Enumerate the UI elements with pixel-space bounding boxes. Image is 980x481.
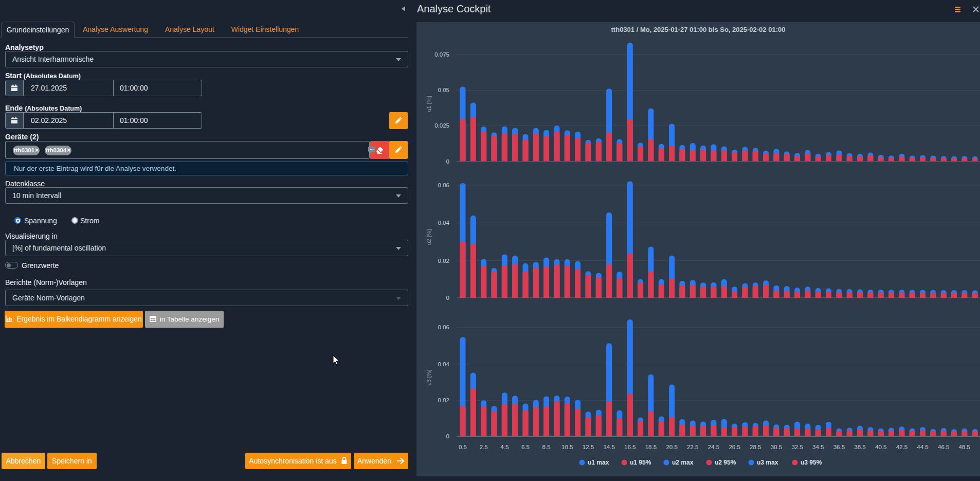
svg-text:16.5: 16.5 bbox=[624, 444, 636, 450]
svg-text:u2 [%]: u2 [%] bbox=[426, 229, 432, 245]
svg-text:24.5: 24.5 bbox=[708, 444, 719, 450]
svg-text:22.5: 22.5 bbox=[687, 444, 698, 450]
svg-text:8.5: 8.5 bbox=[542, 444, 551, 450]
svg-text:0.02: 0.02 bbox=[438, 397, 449, 403]
svg-text:30.5: 30.5 bbox=[771, 444, 782, 450]
svg-text:38.5: 38.5 bbox=[854, 444, 865, 450]
svg-text:4.5: 4.5 bbox=[500, 444, 509, 450]
svg-text:0.06: 0.06 bbox=[438, 324, 449, 330]
svg-text:48.5: 48.5 bbox=[959, 444, 970, 450]
svg-text:0: 0 bbox=[446, 295, 449, 301]
svg-text:28.5: 28.5 bbox=[750, 444, 761, 450]
svg-text:u3 95%: u3 95% bbox=[801, 459, 822, 466]
svg-text:18.5: 18.5 bbox=[645, 444, 657, 450]
svg-text:u1 max: u1 max bbox=[588, 459, 609, 466]
svg-text:u1 [%]: u1 [%] bbox=[426, 96, 432, 112]
svg-text:44.5: 44.5 bbox=[917, 444, 928, 450]
svg-text:u2 95%: u2 95% bbox=[715, 459, 736, 466]
svg-text:26.5: 26.5 bbox=[729, 444, 740, 450]
svg-text:u3 [%]: u3 [%] bbox=[426, 369, 432, 385]
svg-text:36.5: 36.5 bbox=[833, 444, 845, 450]
svg-text:0.04: 0.04 bbox=[438, 220, 450, 226]
svg-text:u1 95%: u1 95% bbox=[630, 459, 651, 466]
svg-text:u3 max: u3 max bbox=[757, 459, 778, 466]
svg-text:0: 0 bbox=[446, 433, 449, 439]
svg-text:0.04: 0.04 bbox=[438, 361, 450, 367]
svg-text:42.5: 42.5 bbox=[896, 444, 908, 450]
svg-text:0.5: 0.5 bbox=[459, 444, 467, 450]
svg-text:2.5: 2.5 bbox=[480, 444, 488, 450]
svg-text:0.06: 0.06 bbox=[438, 182, 449, 188]
svg-text:6.5: 6.5 bbox=[521, 444, 530, 450]
svg-text:32.5: 32.5 bbox=[791, 444, 803, 450]
svg-text:10.5: 10.5 bbox=[561, 444, 573, 450]
svg-text:12.5: 12.5 bbox=[583, 444, 594, 450]
svg-text:0.02: 0.02 bbox=[438, 258, 449, 264]
svg-text:46.5: 46.5 bbox=[938, 444, 949, 450]
svg-text:34.5: 34.5 bbox=[812, 444, 824, 450]
svg-text:0.025: 0.025 bbox=[434, 122, 449, 129]
svg-text:20.5: 20.5 bbox=[666, 444, 677, 450]
svg-text:tth0301 / Mo, 2025-01-27 01:00: tth0301 / Mo, 2025-01-27 01:00 bis So, 2… bbox=[611, 26, 786, 33]
svg-text:40.5: 40.5 bbox=[875, 444, 886, 450]
svg-text:u2 max: u2 max bbox=[672, 459, 694, 466]
svg-text:0.05: 0.05 bbox=[438, 87, 449, 93]
svg-text:0.075: 0.075 bbox=[434, 51, 449, 58]
svg-text:14.5: 14.5 bbox=[603, 444, 614, 450]
svg-text:0: 0 bbox=[446, 158, 449, 165]
